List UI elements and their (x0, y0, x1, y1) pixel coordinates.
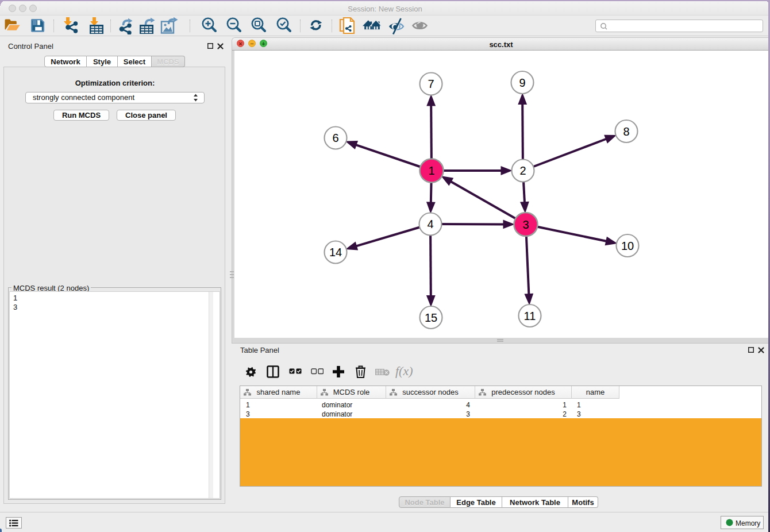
svg-text:4: 4 (427, 218, 433, 230)
svg-text:3: 3 (522, 218, 529, 231)
svg-text:11: 11 (524, 310, 536, 322)
svg-text:15: 15 (425, 311, 437, 324)
svg-text:14: 14 (329, 246, 342, 259)
svg-text:1: 1 (428, 164, 434, 177)
svg-text:8: 8 (623, 125, 629, 138)
svg-text:9: 9 (519, 76, 525, 89)
svg-text:2: 2 (519, 164, 526, 177)
svg-text:6: 6 (332, 132, 338, 144)
svg-text:7: 7 (428, 78, 434, 90)
svg-text:10: 10 (621, 240, 634, 252)
